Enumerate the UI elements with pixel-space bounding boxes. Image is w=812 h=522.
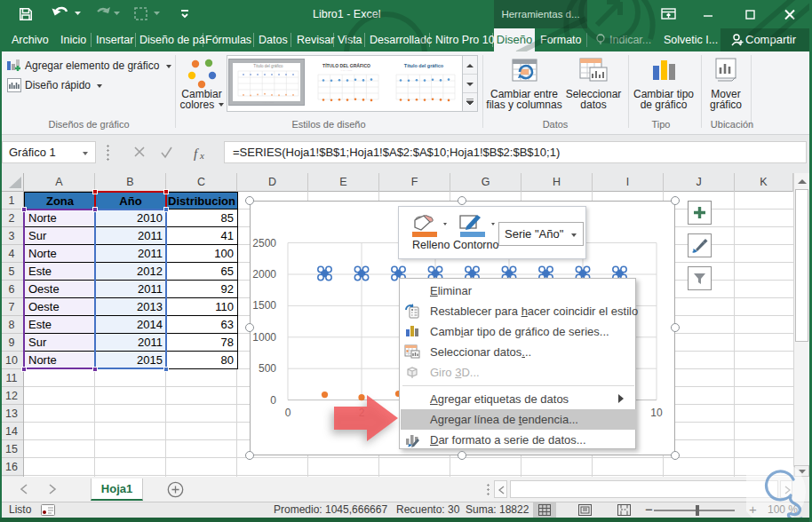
svg-text:1500: 1500 (252, 299, 276, 312)
svg-text:0: 0 (270, 394, 276, 407)
svg-text:1000: 1000 (252, 331, 276, 344)
svg-text:2500: 2500 (252, 237, 276, 249)
svg-text:0: 0 (285, 407, 291, 419)
svg-text:500: 500 (259, 362, 276, 375)
svg-text:2000: 2000 (252, 268, 276, 281)
svg-text:f: f (194, 146, 199, 161)
svg-text:x: x (199, 150, 204, 161)
svg-text:10: 10 (650, 407, 663, 419)
